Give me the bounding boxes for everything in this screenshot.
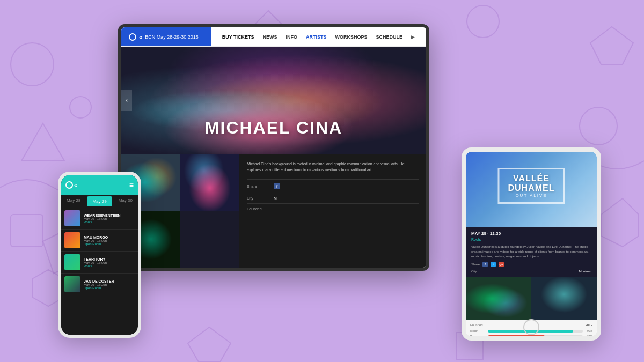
phone-item-info-4: JAN DE COSTER May 29 · 16:25h Open Room xyxy=(84,279,135,290)
phone-logo-circle xyxy=(65,181,73,189)
tablet-city-value: Montreal xyxy=(579,270,591,273)
phone-thumb-2 xyxy=(64,232,80,248)
desktop-hero: MICHAEL CINA ‹ xyxy=(121,47,426,154)
desktop-share-row: Share f xyxy=(247,179,419,193)
tablet-print-pct: 60% xyxy=(584,335,592,336)
city-label: City xyxy=(247,196,268,200)
gallery-item-4 xyxy=(180,211,239,268)
tablet-social-row: Share f t g+ xyxy=(471,262,591,267)
share-label: Share xyxy=(247,184,268,188)
svg-point-7 xyxy=(467,5,499,38)
tablet-home-button[interactable] xyxy=(523,319,539,335)
tablet-city-label: City xyxy=(471,270,477,273)
nav-workshops[interactable]: workshops xyxy=(335,34,368,40)
desktop-nav: « BCN May 28-29-30 2015 BUY TICKETS news… xyxy=(121,27,426,47)
desktop-nav-links: BUY TICKETS news info artists workshops … xyxy=(211,27,426,46)
phone-device: « ≡ May 28 May 29 May 30 WEARESEVENTEEN … xyxy=(58,172,141,338)
phone-item-title-1: WEARESEVENTEEN xyxy=(84,213,135,217)
phone-logo: « xyxy=(65,181,77,189)
phone-item-info-3: TERRITORY May 29 · 16:00h Roots xyxy=(84,257,135,268)
tablet-print-label: Print xyxy=(470,335,486,336)
phone-item-title-3: TERRITORY xyxy=(84,257,135,261)
svg-point-4 xyxy=(70,97,91,118)
gallery-thumb-2 xyxy=(180,154,239,211)
desktop-prev-btn[interactable]: ‹ xyxy=(121,90,132,111)
tablet-print-bar-fill xyxy=(488,335,545,337)
phone-thumb-4 xyxy=(64,276,80,292)
tablet-fb-icon[interactable]: f xyxy=(482,262,488,267)
phone-screen: « ≡ May 28 May 29 May 30 WEARESEVENTEEN … xyxy=(61,175,138,335)
desktop-info-panel: Michael Cina's background is rooted in m… xyxy=(239,154,426,268)
phone-tab-may30[interactable]: May 30 xyxy=(113,195,138,208)
nav-arrow-right: ▶ xyxy=(411,34,415,40)
desktop-device: « BCN May 28-29-30 2015 BUY TICKETS news… xyxy=(118,24,429,271)
tablet-hero-box: VALLÉE DUHAMEL OUT ALIVE xyxy=(498,168,565,204)
phone-item-info-1: WEARESEVENTEEN May 29 · 15:00h Roots xyxy=(84,213,135,224)
nav-logo-arrow: « xyxy=(139,34,142,40)
desktop-info-text: Michael Cina's background is rooted in m… xyxy=(247,161,419,173)
nav-schedule[interactable]: schedule xyxy=(376,34,403,40)
phone-thumb-3 xyxy=(64,254,80,270)
phone-thumb-1 xyxy=(64,210,80,226)
phone-item-room-3: Roots xyxy=(84,264,135,268)
nav-date: BCN May 28-29-30 2015 xyxy=(145,34,204,40)
svg-marker-1 xyxy=(21,123,64,161)
svg-marker-8 xyxy=(590,27,633,64)
tablet-middle-images xyxy=(466,277,597,320)
desktop-city-row: City M xyxy=(247,193,419,203)
tablet-info-section: MAY 29 · 12:30 Roots Vallée Duhamel is a… xyxy=(466,227,597,277)
tablet-print-bar-bg xyxy=(488,335,583,337)
phone-tab-may28[interactable]: May 28 xyxy=(61,195,86,208)
phone-item-room-2: Open Room xyxy=(84,242,135,246)
tablet-date: MAY 29 · 12:30 xyxy=(471,231,591,236)
tablet-motion-label: Motion xyxy=(470,329,486,333)
nav-news[interactable]: news xyxy=(263,34,277,40)
facebook-icon[interactable]: f xyxy=(274,183,280,189)
phone-item-title-4: JAN DE COSTER xyxy=(84,279,135,283)
svg-rect-9 xyxy=(580,107,617,145)
tablet-motion-pct: 90% xyxy=(584,329,592,333)
tablet-city-row: City Montreal xyxy=(471,270,591,273)
phone-item-room-1: Roots xyxy=(84,220,135,224)
tablet-twitter-icon[interactable]: t xyxy=(491,262,496,267)
tablet-img-2 xyxy=(531,277,597,320)
tablet-hero-title: VALLÉE DUHAMEL xyxy=(508,174,555,193)
founded-label: Founded xyxy=(247,207,268,211)
city-value: M xyxy=(274,196,277,200)
nav-buy-tickets[interactable]: BUY TICKETS xyxy=(222,34,254,40)
desktop-screen: « BCN May 28-29-30 2015 BUY TICKETS news… xyxy=(121,27,426,268)
hamburger-icon[interactable]: ≡ xyxy=(129,181,134,189)
svg-point-0 xyxy=(11,43,54,86)
phone-list-item[interactable]: MAU MORGO May 29 · 15:00h Open Room xyxy=(61,230,138,252)
phone-list-item[interactable]: TERRITORY May 29 · 16:00h Roots xyxy=(61,252,138,274)
svg-marker-12 xyxy=(188,327,231,362)
phone-list-item[interactable]: WEARESEVENTEEN May 29 · 15:00h Roots xyxy=(61,208,138,230)
tablet-founded-label: Founded xyxy=(470,323,483,327)
desktop-content: Michael Cina's background is rooted in m… xyxy=(121,154,426,268)
desktop-hero-title: MICHAEL CINA xyxy=(205,118,342,138)
phone-list-item[interactable]: JAN DE COSTER May 29 · 16:25h Open Room xyxy=(61,274,138,295)
tablet-screen: VALLÉE DUHAMEL OUT ALIVE MAY 29 · 12:30 … xyxy=(466,152,597,336)
tablet-description: Vallée Duhamel is a studio founded by Ju… xyxy=(471,245,591,259)
nav-info[interactable]: info xyxy=(286,34,298,40)
tablet-share-label: Share xyxy=(471,263,480,266)
tablet-gplus-icon[interactable]: g+ xyxy=(499,262,504,267)
gallery-item-2 xyxy=(180,154,239,211)
desktop-founded-row: Founded xyxy=(247,203,419,214)
nav-logo-circle xyxy=(129,33,136,41)
tablet-founded-value: 2013 xyxy=(586,323,592,327)
nav-artists[interactable]: artists xyxy=(306,34,327,40)
phone-tab-may29[interactable]: May 29 xyxy=(87,196,112,206)
svg-marker-10 xyxy=(601,198,639,247)
tablet-device: VALLÉE DUHAMEL OUT ALIVE MAY 29 · 12:30 … xyxy=(462,147,601,341)
svg-rect-2 xyxy=(11,215,43,247)
tablet-hero-subtitle: OUT ALIVE xyxy=(508,193,555,198)
phone-item-title-2: MAU MORGO xyxy=(84,235,135,239)
tablet-venue: Roots xyxy=(471,238,591,241)
phone-logo-arrow: « xyxy=(74,182,77,188)
phone-item-room-4: Open Room xyxy=(84,286,135,290)
phone-item-info-2: MAU MORGO May 29 · 15:00h Open Room xyxy=(84,235,135,246)
tablet-hero: VALLÉE DUHAMEL OUT ALIVE xyxy=(466,152,597,227)
hero-paint xyxy=(121,68,426,154)
phone-top-bar: « ≡ xyxy=(61,175,138,195)
